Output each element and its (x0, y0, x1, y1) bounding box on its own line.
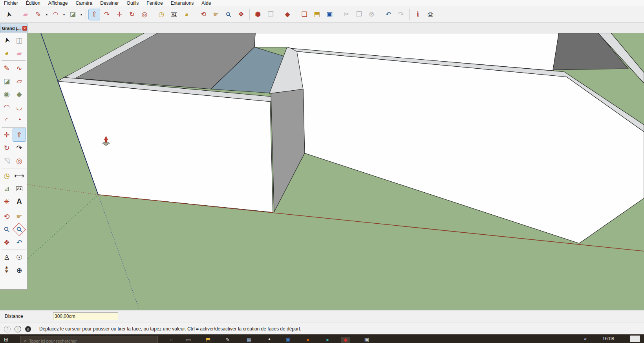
up-arrow-icon[interactable]: ▲ (265, 337, 274, 343)
push-pull-tool-icon[interactable]: ⇧ (13, 128, 26, 141)
paint-bucket-tool-icon[interactable]: ◕ (181, 9, 192, 20)
pie-tool-icon[interactable]: ◔ (13, 113, 26, 126)
arc-dropdown-icon[interactable]: ▾ (62, 9, 66, 20)
menu-edition[interactable]: Édition (22, 0, 44, 6)
tray-overflow-icon[interactable]: » (584, 336, 587, 341)
move-tool-icon[interactable]: ✛ (114, 9, 125, 20)
rotate-tool-icon[interactable]: ↻ (0, 141, 13, 154)
scene-tab-close-icon[interactable]: ✕ (22, 26, 27, 31)
pan-tool-icon[interactable]: ☛ (210, 9, 221, 20)
3d-viewport[interactable] (0, 33, 644, 310)
menu-dessiner[interactable]: Dessiner (96, 0, 123, 6)
credits-icon[interactable]: i (15, 326, 21, 332)
status-separator (36, 326, 36, 332)
push-pull-tool-icon[interactable]: ⇧ (89, 9, 100, 20)
tape-measure-tool-icon[interactable]: ◷ (156, 9, 167, 20)
eraser-tool-icon[interactable]: ▰ (13, 47, 26, 60)
3d-warehouse-icon[interactable]: ⬢ (252, 9, 263, 20)
line-tool-icon[interactable]: ✎ (33, 9, 44, 20)
offset-tool-icon[interactable]: ◎ (139, 9, 150, 20)
layout-icon[interactable]: ❐ (265, 9, 276, 20)
taskbar-clock[interactable]: 16:08 (602, 336, 614, 341)
zoom-extents-tool-icon[interactable]: ❖ (236, 9, 247, 20)
line-tool-icon[interactable]: ✎ (0, 62, 13, 75)
menu-extensions[interactable]: Extensions (167, 0, 198, 6)
freehand-tool-icon[interactable]: ∿ (13, 62, 26, 75)
open-file-icon[interactable]: ⬒ (311, 9, 322, 20)
section-plane-tool-icon[interactable]: ⊕ (13, 264, 26, 277)
sketchup-viewer-icon[interactable]: ✎ (223, 337, 232, 343)
follow-me-tool-icon[interactable]: ↷ (13, 141, 26, 154)
protractor-tool-icon[interactable]: ⊿ (0, 182, 13, 195)
main-toolbar: ➤ ▰ ✎ ▾ ◠ ▾ ◪ ▾ ⇧ ↷ ✛ ↻ ◎ ◷ A1 ◕ ⟲ ☛ ⚲ ❖… (0, 6, 644, 23)
text-tool-icon[interactable]: A1 (13, 182, 26, 195)
dimension-tool-icon[interactable]: ⟷ (13, 169, 26, 182)
app-blue-icon[interactable]: ▣ (284, 337, 293, 343)
geolocation-icon[interactable]: ? (4, 326, 11, 332)
rectangle-dropdown-icon[interactable]: ▾ (79, 9, 84, 20)
undo-icon[interactable]: ↶ (383, 9, 394, 20)
menu-outils[interactable]: Outils (123, 0, 143, 6)
select-tool-icon[interactable]: ➤ (2, 7, 15, 21)
menu-aide[interactable]: Aide (198, 0, 215, 6)
walk-tool-icon[interactable]: ⁑ (0, 264, 13, 277)
status-bar: ? i ♙ Déplacez le curseur pour pousser o… (0, 323, 644, 335)
zoom-tool-icon[interactable]: ⚲ (221, 7, 236, 22)
move-tool-icon[interactable]: ✛ (0, 128, 13, 141)
cortana-icon[interactable]: ○ (166, 337, 176, 343)
rotated-rectangle-tool-icon[interactable]: ▱ (13, 75, 26, 88)
make-component-tool-icon[interactable]: ◫ (13, 34, 26, 47)
sketchup-app-icon[interactable]: ◆ (341, 337, 350, 343)
start-button[interactable]: ⊞ (4, 336, 9, 343)
tape-measure-tool-icon[interactable]: ◷ (0, 169, 13, 182)
circle-tool-icon[interactable]: ◉ (0, 88, 13, 100)
paint-bucket-tool-icon[interactable]: ◕ (0, 47, 13, 60)
rotate-tool-icon[interactable]: ↻ (126, 9, 137, 20)
photos-icon[interactable]: ▣ (362, 337, 371, 343)
task-view-icon[interactable]: ▭ (184, 337, 193, 343)
tray-icon[interactable] (630, 336, 640, 342)
menu-fenetre[interactable]: Fenêtre (143, 0, 166, 6)
select-tool-icon[interactable]: ➤ (0, 33, 15, 48)
distance-input[interactable] (53, 312, 118, 320)
new-file-icon[interactable]: ❏ (299, 9, 310, 20)
text-tool-label: A1 (171, 12, 177, 17)
browser-icon[interactable]: ● (323, 337, 332, 343)
eraser-tool-icon[interactable]: ▰ (20, 9, 31, 20)
rectangle-tool-icon[interactable]: ◪ (0, 75, 13, 88)
model-info-icon[interactable]: ℹ (412, 9, 423, 20)
position-camera-tool-icon[interactable]: ♙ (0, 251, 13, 264)
taskbar-search[interactable]: ○ Taper ici pour rechercher (20, 336, 158, 343)
scene-tab[interactable]: Grand j... ✕ (0, 24, 27, 33)
line-dropdown-icon[interactable]: ▾ (44, 9, 49, 20)
3d-text-tool-icon[interactable]: A (13, 195, 26, 208)
menu-fichier[interactable]: Fichier (0, 0, 22, 6)
two-point-arc-tool-icon[interactable]: ◡ (13, 100, 26, 113)
menu-camera[interactable]: Caméra (72, 0, 97, 6)
polygon-tool-icon[interactable]: ◆ (13, 88, 26, 100)
distance-label: Distance (5, 314, 23, 319)
word-icon[interactable]: ▦ (244, 337, 254, 343)
extension-warehouse-icon[interactable]: ◆ (282, 9, 293, 20)
orbit-tool-icon[interactable]: ⟲ (198, 9, 209, 20)
scale-tool-icon[interactable]: ◹ (0, 154, 13, 167)
cut-icon[interactable]: ✂ (341, 9, 352, 20)
print-icon[interactable]: ⎙ (425, 9, 436, 20)
look-around-tool-icon[interactable]: ☉ (13, 251, 26, 264)
delete-icon[interactable]: ⊗ (366, 9, 377, 20)
redo-icon[interactable]: ↷ (395, 9, 406, 20)
axes-tool-icon[interactable]: ✳ (0, 195, 13, 208)
arc-tool-icon[interactable]: ◠ (0, 100, 13, 113)
save-file-icon[interactable]: ▣ (324, 9, 335, 20)
follow-me-tool-icon[interactable]: ↷ (101, 9, 112, 20)
file-explorer-icon[interactable]: ⬒ (203, 337, 213, 343)
rectangle-tool-icon[interactable]: ◪ (67, 9, 78, 20)
menu-affichage[interactable]: Affichage (44, 0, 72, 6)
firefox-icon[interactable]: ● (303, 337, 313, 343)
text-tool-icon[interactable]: A1 (168, 9, 179, 20)
offset-tool-icon[interactable]: ◎ (13, 154, 26, 167)
account-icon[interactable]: ♙ (25, 326, 31, 332)
copy-icon[interactable]: ❐ (353, 9, 364, 20)
arc-tool-icon[interactable]: ◠ (50, 9, 61, 20)
three-point-arc-tool-icon[interactable]: ◜ (0, 113, 13, 126)
